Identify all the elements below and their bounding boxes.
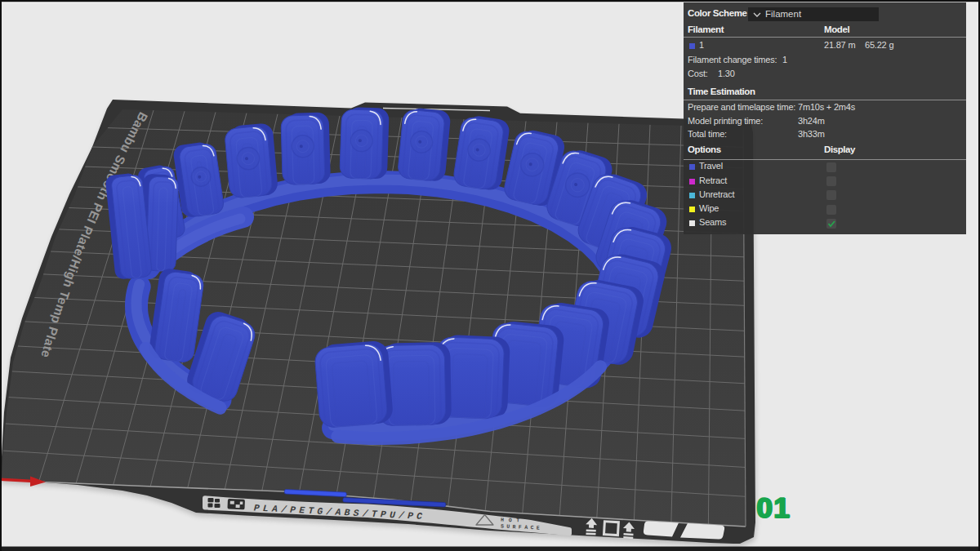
- svg-text:HOT: HOT: [501, 518, 524, 524]
